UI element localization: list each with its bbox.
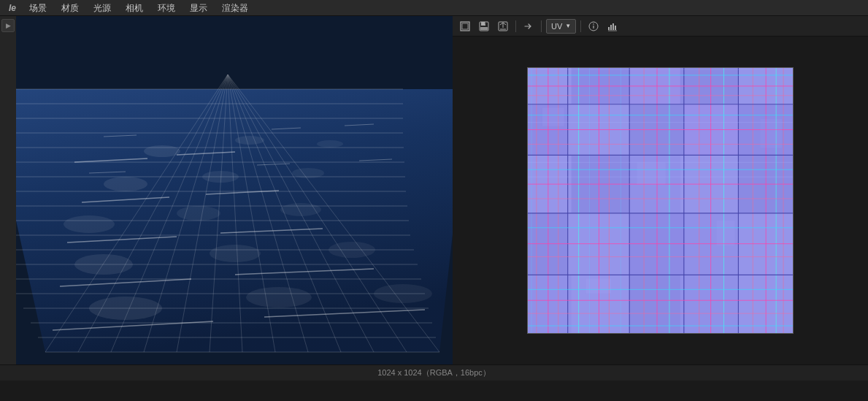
svg-rect-68 xyxy=(481,22,485,26)
svg-rect-102 xyxy=(738,213,793,275)
info-button[interactable] xyxy=(585,19,602,34)
svg-rect-156 xyxy=(637,162,666,184)
viewport-3d[interactable] xyxy=(16,16,453,364)
separator-3 xyxy=(580,20,581,32)
svg-rect-107 xyxy=(738,275,793,333)
svg-rect-158 xyxy=(586,278,612,293)
viewport-svg xyxy=(16,16,453,364)
svg-rect-106 xyxy=(680,275,739,333)
texture-container xyxy=(527,67,794,334)
svg-point-41 xyxy=(177,206,220,221)
separator-2 xyxy=(541,20,542,32)
svg-rect-103 xyxy=(528,275,572,333)
menu-camera[interactable]: 相机 xyxy=(118,0,150,16)
svg-point-45 xyxy=(329,242,375,258)
svg-point-46 xyxy=(89,297,162,320)
separator-1 xyxy=(515,20,516,32)
menu-environment[interactable]: 环境 xyxy=(150,0,183,16)
menu-display[interactable]: 显示 xyxy=(183,0,215,16)
menu-light[interactable]: 光源 xyxy=(86,0,118,16)
chevron-down-icon: ▼ xyxy=(565,23,571,29)
svg-rect-70 xyxy=(485,22,487,24)
svg-point-37 xyxy=(104,177,147,191)
menu-material[interactable]: 材质 xyxy=(54,0,86,16)
export-button[interactable] xyxy=(495,19,511,34)
svg-rect-155 xyxy=(542,108,564,126)
svg-rect-80 xyxy=(615,26,616,30)
svg-rect-98 xyxy=(528,213,568,275)
svg-rect-100 xyxy=(629,213,684,275)
histogram-button[interactable] xyxy=(604,19,621,34)
frame-button[interactable] xyxy=(457,19,473,34)
svg-rect-105 xyxy=(629,275,680,333)
left-toolbar: ▶ xyxy=(0,16,16,364)
left-panel: ▶ xyxy=(0,16,453,364)
svg-point-36 xyxy=(317,140,343,148)
menu-scene[interactable]: 场景 xyxy=(22,0,54,16)
svg-rect-159 xyxy=(760,119,782,148)
texture-view[interactable] xyxy=(453,37,868,364)
svg-point-76 xyxy=(593,23,594,25)
svg-point-44 xyxy=(210,245,261,262)
right-toolbar: UV ▼ xyxy=(453,16,868,37)
svg-point-38 xyxy=(202,171,239,183)
svg-rect-78 xyxy=(610,25,612,30)
play-button[interactable]: ▶ xyxy=(1,19,15,32)
menu-bar: Ie 场景 材质 光源 相机 环境 显示 渲染器 xyxy=(0,0,868,16)
svg-rect-157 xyxy=(717,221,735,246)
svg-point-35 xyxy=(235,136,264,145)
arrow-button[interactable] xyxy=(521,19,537,34)
status-info: 1024 x 1024（RGBA，16bpc） xyxy=(377,367,491,378)
svg-point-40 xyxy=(64,215,115,233)
svg-point-48 xyxy=(374,284,432,303)
main-content: ▶ xyxy=(0,16,868,364)
svg-rect-69 xyxy=(480,27,488,30)
right-panel: UV ▼ xyxy=(453,16,868,364)
svg-point-43 xyxy=(74,254,133,275)
svg-point-47 xyxy=(246,287,312,308)
status-bar: 1024 x 1024（RGBA，16bpc） xyxy=(0,364,868,381)
channel-label: UV xyxy=(551,22,562,31)
svg-point-39 xyxy=(292,168,324,178)
svg-rect-99 xyxy=(568,213,630,275)
svg-rect-79 xyxy=(612,23,614,30)
svg-point-42 xyxy=(280,203,321,216)
channel-dropdown[interactable]: UV ▼ xyxy=(546,19,576,34)
svg-rect-77 xyxy=(608,27,610,30)
normal-map-svg xyxy=(528,68,793,333)
logo: Ie xyxy=(3,3,22,13)
svg-rect-66 xyxy=(462,23,468,29)
save-button[interactable] xyxy=(476,19,492,34)
svg-point-34 xyxy=(144,145,180,157)
menu-renderer[interactable]: 渲染器 xyxy=(215,0,256,16)
